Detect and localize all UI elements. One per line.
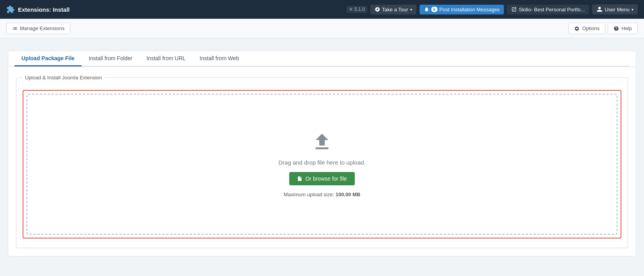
tabs-row: Upload Package File Install from Folder … bbox=[8, 51, 636, 67]
take-tour-button[interactable]: Take a Tour ▾ bbox=[370, 5, 416, 14]
upload-icon bbox=[311, 131, 333, 153]
external-link-icon bbox=[511, 7, 517, 12]
chevron-down-icon: ▾ bbox=[632, 7, 633, 12]
chevron-icon: ▾ bbox=[410, 7, 412, 12]
compass-icon bbox=[375, 7, 380, 12]
tab-install-url[interactable]: Install from URL bbox=[139, 51, 192, 66]
user-icon bbox=[596, 6, 603, 13]
version-badge: ✳ 5.1.0 bbox=[347, 6, 367, 13]
drop-zone-outer[interactable]: Drag and drop file here to upload. Or br… bbox=[23, 90, 621, 238]
post-install-messages-button[interactable]: 5 Post Installation Messages bbox=[420, 5, 504, 14]
bell-icon bbox=[424, 7, 429, 12]
navbar: Extensions: Install ✳ 5.1.0 Take a Tour … bbox=[0, 0, 644, 19]
content-area: Upload Package File Install from Folder … bbox=[0, 38, 644, 263]
tabs: Upload Package File Install from Folder … bbox=[14, 51, 630, 66]
drop-zone[interactable]: Drag and drop file here to upload. Or br… bbox=[27, 94, 617, 235]
notification-count: 5 bbox=[431, 7, 438, 12]
browse-for-file-button[interactable]: Or browse for file bbox=[289, 172, 355, 185]
card-content-area: Upload & Install Joomla Extension Drag a… bbox=[8, 67, 636, 256]
help-icon bbox=[614, 26, 619, 31]
upload-svg-icon bbox=[311, 131, 333, 153]
toolbar-right: Options Help bbox=[568, 23, 638, 34]
user-menu-button[interactable]: User Menu ▾ bbox=[592, 4, 638, 14]
file-icon bbox=[297, 176, 302, 181]
help-button[interactable]: Help bbox=[608, 23, 638, 34]
max-upload-size-text: Maximum upload size: 100.00 MB bbox=[284, 192, 361, 197]
tab-install-folder[interactable]: Install from Folder bbox=[82, 51, 139, 66]
puzzle-icon bbox=[6, 5, 15, 14]
list-icon bbox=[12, 26, 18, 31]
version-icon: ✳ bbox=[349, 7, 353, 12]
fieldset-legend: Upload & Install Joomla Extension bbox=[23, 75, 104, 81]
options-button[interactable]: Options bbox=[568, 23, 605, 34]
tabs-card-wrapper: Upload Package File Install from Folder … bbox=[8, 51, 636, 256]
drag-drop-text: Drag and drop file here to upload. bbox=[278, 159, 365, 166]
tab-install-web[interactable]: Install from Web bbox=[193, 51, 246, 66]
manage-extensions-button[interactable]: Manage Extensions bbox=[6, 23, 70, 34]
site-link-button[interactable]: Skilio- Best Personal Portfo... bbox=[507, 5, 589, 14]
navbar-right: ✳ 5.1.0 Take a Tour ▾ 5 Post Installatio… bbox=[347, 4, 638, 14]
upload-fieldset: Upload & Install Joomla Extension Drag a… bbox=[16, 75, 628, 248]
version-number: 5.1.0 bbox=[354, 7, 365, 12]
navbar-brand: Extensions: Install bbox=[6, 5, 342, 14]
navbar-title: Extensions: Install bbox=[18, 6, 70, 13]
tab-upload-package[interactable]: Upload Package File bbox=[14, 51, 82, 66]
toolbar: Manage Extensions Options Help bbox=[0, 19, 644, 38]
gear-icon bbox=[574, 26, 580, 31]
toolbar-left: Manage Extensions bbox=[6, 23, 70, 34]
